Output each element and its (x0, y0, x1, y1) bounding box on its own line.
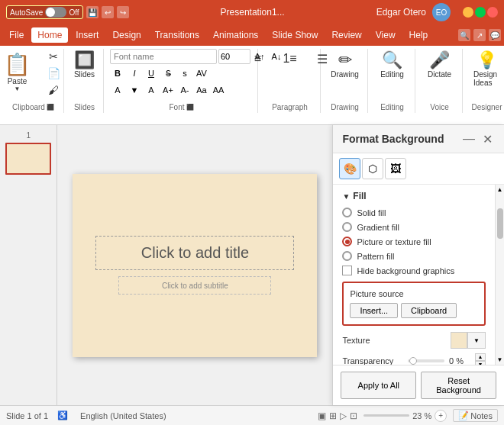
slideshow-view-icon[interactable]: ⊡ (350, 411, 357, 421)
strikethrough-button[interactable]: S̶ (160, 66, 176, 81)
hide-background-checkbox[interactable] (342, 266, 352, 275)
drawing-button[interactable]: ✏ Drawing (326, 49, 363, 82)
font-size-up[interactable]: A+ (160, 82, 176, 98)
menu-file[interactable]: File (3, 27, 30, 43)
hide-background-option[interactable]: Hide background graphics (342, 266, 486, 275)
picture-tab-button[interactable]: 🖼 (385, 158, 406, 179)
autosave-toggle[interactable] (45, 7, 66, 18)
reset-background-button[interactable]: Reset Background (421, 372, 496, 399)
menu-view[interactable]: View (370, 27, 402, 43)
menu-animations[interactable]: Animations (207, 27, 264, 43)
redo-icon[interactable]: ↪ (117, 6, 129, 18)
pattern-fill-radio[interactable] (342, 251, 352, 261)
save-icon[interactable]: 💾 (86, 6, 99, 18)
editing-group-label: Editing (374, 101, 410, 113)
numbering-button[interactable]: 1≡ (275, 49, 305, 69)
cut-button[interactable]: ✂ (38, 49, 69, 64)
close-button[interactable] (487, 7, 498, 18)
transparency-slider[interactable] (408, 359, 444, 362)
spinner-up[interactable]: ▲ (475, 353, 486, 361)
menu-transitions[interactable]: Transitions (149, 27, 205, 43)
clipboard-button[interactable]: Clipboard (401, 303, 457, 318)
font-size-down[interactable]: A- (177, 82, 192, 98)
menu-slideshow[interactable]: Slide Show (266, 27, 324, 43)
search-icon[interactable]: 🔍 (458, 29, 470, 41)
slide-thumbnail[interactable] (5, 143, 51, 175)
title-right: Edgar Otero EO (376, 3, 498, 21)
clipboard-expand[interactable]: ⬛ (47, 104, 54, 111)
hide-background-label: Hide background graphics (357, 266, 454, 275)
menu-insert[interactable]: Insert (69, 27, 105, 43)
language-selector[interactable]: English (United States) (77, 411, 170, 421)
maximize-button[interactable] (475, 7, 486, 18)
autosave-badge[interactable]: AutoSave Off (6, 5, 83, 19)
slide-title-placeholder-text: Click to add title (141, 244, 249, 261)
slide-canvas[interactable]: Click to add title Click to add subtitle (73, 174, 317, 357)
font-color-button[interactable]: A (110, 82, 125, 98)
effects-tab-button[interactable]: ⬡ (362, 158, 383, 179)
menu-review[interactable]: Review (325, 27, 367, 43)
outline-view-icon[interactable]: ⊞ (329, 411, 337, 421)
panel-close-button[interactable]: ✕ (480, 131, 495, 146)
clear-format[interactable]: Aa (194, 82, 209, 98)
bold-button[interactable]: B (110, 66, 125, 81)
font-highlight[interactable]: A (144, 82, 159, 98)
gradient-fill-radio[interactable] (342, 222, 352, 232)
gradient-fill-option[interactable]: Gradient fill (342, 222, 486, 232)
pattern-fill-option[interactable]: Pattern fill (342, 251, 486, 261)
picture-texture-fill-radio[interactable] (342, 237, 352, 246)
format-painter-button[interactable]: 🖌 (38, 82, 69, 98)
editing-content: 🔍 Editing (376, 49, 409, 101)
slide-title-area[interactable]: Click to add title (95, 236, 294, 270)
design-ideas-button[interactable]: 💡 Design Ideas (469, 49, 504, 90)
insert-button[interactable]: Insert... (350, 303, 398, 318)
dictate-button[interactable]: 🎤 Dictate (423, 49, 456, 82)
menu-help[interactable]: Help (403, 27, 435, 43)
panel-collapse-button[interactable]: — (461, 131, 477, 146)
scroll-up-arrow[interactable]: ▲ (497, 186, 503, 193)
fill-tab-button[interactable]: 🎨 (339, 158, 360, 179)
scrollbar-thumb[interactable] (497, 208, 503, 239)
solid-fill-option[interactable]: Solid fill (342, 208, 486, 217)
share-icon[interactable]: ↗ (473, 29, 486, 41)
texture-dropdown[interactable]: ▼ (467, 332, 486, 349)
apply-to-all-button[interactable]: Apply to All (341, 372, 416, 399)
shadow-button[interactable]: s (177, 66, 192, 81)
zoom-slider[interactable] (363, 414, 409, 417)
undo-icon[interactable]: ↩ (102, 6, 114, 18)
editing-button[interactable]: 🔍 Editing (376, 49, 409, 82)
slides-content: 🔲 Slides (69, 49, 100, 101)
slide-subtitle-area[interactable]: Click to add subtitle (118, 276, 271, 295)
underline-button[interactable]: U (144, 66, 159, 81)
reading-view-icon[interactable]: ▷ (340, 411, 347, 421)
fill-arrow-icon: ▼ (342, 192, 350, 201)
comments-icon[interactable]: 💬 (489, 29, 501, 41)
copy-button[interactable]: 📄 (38, 66, 69, 81)
char-spacing-button[interactable]: AV (194, 66, 209, 81)
scroll-down-arrow[interactable]: ▼ (497, 356, 503, 363)
fill-section-header[interactable]: ▼ Fill (342, 191, 486, 201)
paste-dropdown[interactable]: ▼ (15, 85, 21, 92)
zoom-button[interactable]: + (435, 410, 447, 422)
font-family-select[interactable] (110, 49, 217, 64)
font-color-dropdown[interactable]: ▼ (127, 82, 142, 98)
paste-button[interactable]: 📋 Paste ▼ (0, 49, 37, 95)
panel-scrollbar[interactable]: ▲ ▼ (495, 185, 504, 365)
solid-fill-radio[interactable] (342, 208, 352, 217)
minimize-button[interactable] (463, 7, 473, 18)
new-slide-button[interactable]: 🔲 Slides (69, 49, 100, 82)
slide-info: Slide 1 of 1 (6, 411, 48, 420)
accessibility-icon[interactable]: ♿ (57, 411, 68, 420)
normal-view-icon[interactable]: ▣ (318, 411, 326, 421)
paragraph-group: ≡ 1≡ ☰ Paragraph (260, 49, 321, 113)
notes-button[interactable]: 📝 Notes (453, 409, 498, 422)
menu-home[interactable]: Home (31, 27, 68, 43)
font-expand[interactable]: ⬛ (186, 104, 194, 111)
italic-button[interactable]: I (127, 66, 142, 81)
editing-icon: 🔍 (382, 52, 402, 69)
bullets-button[interactable]: ≡ (243, 49, 273, 69)
picture-texture-fill-option[interactable]: Picture or texture fill (342, 237, 486, 246)
numbering-icon: 1≡ (283, 52, 296, 66)
menu-design[interactable]: Design (106, 27, 147, 43)
uppercase-btn[interactable]: AA (211, 82, 226, 98)
